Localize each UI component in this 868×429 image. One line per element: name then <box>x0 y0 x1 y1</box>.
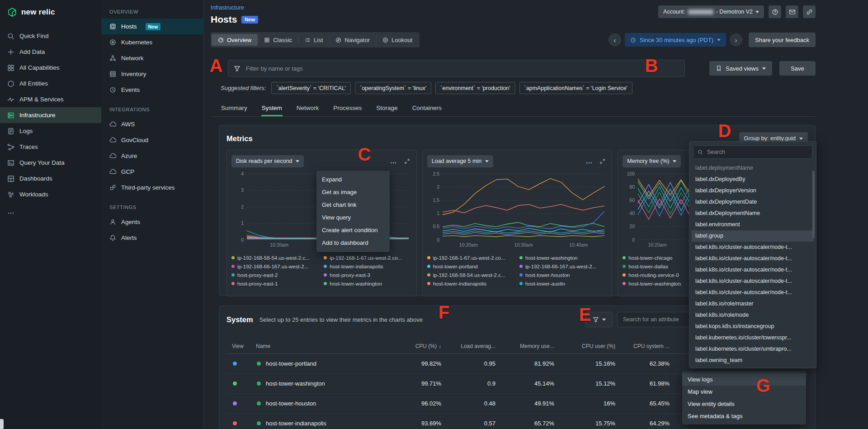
menu-item[interactable]: Get as image <box>316 186 390 199</box>
section-tab[interactable]: Storage <box>376 100 398 116</box>
global-nav-item[interactable]: Traces <box>0 139 101 155</box>
group-by-option[interactable]: label.k8s.io/cluster-autoscaler/node-t..… <box>692 287 814 298</box>
menu-item[interactable]: Get chart link <box>316 199 390 211</box>
legend-item[interactable]: ip-192-168-66-167.us-west-2... <box>231 262 319 271</box>
help-button[interactable] <box>769 5 781 18</box>
ellipsis-menu-icon[interactable] <box>585 159 593 163</box>
column-header-name[interactable]: Name <box>256 343 392 349</box>
global-nav-item[interactable]: All Capabilities <box>0 60 101 76</box>
view-mode-tab[interactable]: Overview <box>212 34 258 46</box>
filter-input[interactable] <box>245 65 679 72</box>
app-logo[interactable]: new relic <box>0 0 101 22</box>
group-by-option[interactable]: label.k8s.io/cluster-autoscaler/node-t..… <box>692 264 814 276</box>
host-name-link[interactable]: host-tower-houston <box>266 400 316 407</box>
group-by-search[interactable] <box>693 145 812 159</box>
suggested-filter-chip[interactable]: `apmApplicationNames` = 'Login Service' <box>519 82 632 94</box>
column-header-memory[interactable]: Memory use... <box>495 343 554 349</box>
legend-item[interactable]: host-tower-washington <box>519 253 607 262</box>
menu-item[interactable]: See metadata & tags <box>682 410 806 422</box>
group-by-option[interactable]: label.deploymentName <box>692 162 814 174</box>
panel-scrollbar-thumb[interactable] <box>812 171 815 238</box>
menu-item[interactable]: Expand <box>316 173 390 186</box>
sidenav-item[interactable]: GCP <box>101 164 203 180</box>
group-by-option[interactable]: label.kops.k8s.io/instancegroup <box>692 321 814 332</box>
legend-item[interactable]: host-tower-houston <box>519 271 607 279</box>
menu-item[interactable]: Add to dashboard <box>316 237 390 249</box>
host-view-dot[interactable] <box>233 362 237 366</box>
sidenav-item[interactable]: AWS <box>101 116 203 132</box>
group-by-option[interactable]: label.dxDeploymentName <box>692 208 814 219</box>
view-mode-tab[interactable]: Navigator <box>329 34 376 46</box>
section-tab[interactable]: Containers <box>412 100 442 116</box>
sidenav-item[interactable]: Network <box>101 50 203 66</box>
time-forward-button[interactable] <box>730 33 742 46</box>
section-tab[interactable]: Network <box>296 100 320 116</box>
global-nav-item[interactable]: All Entities <box>0 76 101 91</box>
menu-item[interactable]: View query <box>316 211 390 224</box>
group-by-option[interactable]: label.owning_team <box>692 355 814 366</box>
section-tab[interactable]: System <box>261 100 283 116</box>
menu-item[interactable]: Create alert condition <box>316 224 390 237</box>
group-by-option[interactable]: label.k8s.io/cluster-autoscaler/node-t..… <box>692 253 814 264</box>
host-view-dot[interactable] <box>233 401 237 405</box>
group-by-option[interactable]: label.kubernetes.io/cluster/towersspr... <box>692 332 814 343</box>
column-header-cpu-system[interactable]: CPU system ... <box>615 343 670 349</box>
group-by-option[interactable]: label.k8s.io/cluster-autoscaler/node-t..… <box>692 242 814 253</box>
legend-item[interactable]: host-tower-indianapolis <box>427 279 515 288</box>
group-by-option[interactable]: label.dxDeployedBy <box>692 174 814 185</box>
chart-metric-dropdown[interactable]: Disk reads per second <box>231 155 304 167</box>
menu-item[interactable]: View logs <box>682 373 806 386</box>
sidenav-item[interactable]: GovCloud <box>101 132 203 148</box>
host-view-dot[interactable] <box>233 381 237 386</box>
menu-item[interactable]: Map view <box>682 386 806 398</box>
global-nav-item[interactable]: Add Data <box>0 44 101 60</box>
sidenav-item[interactable]: Kubernetes <box>101 34 203 50</box>
group-by-option[interactable]: label.group <box>692 230 814 242</box>
view-mode-tab[interactable]: Classic <box>258 34 298 46</box>
host-name-link[interactable]: host-tower-washington <box>266 380 325 387</box>
legend-item[interactable]: ip-192-168-66-167.us-west-2... <box>519 262 607 271</box>
column-header-cpu[interactable]: CPU (%)↓ <box>392 343 441 349</box>
legend-item[interactable]: host-tower-austin <box>519 279 607 288</box>
sidenav-item[interactable]: Inventory <box>101 66 203 82</box>
global-nav-item[interactable]: Logs <box>0 123 101 139</box>
group-by-option[interactable]: label.environment <box>692 219 814 230</box>
legend-item[interactable]: host-proxy-east-1 <box>231 279 319 288</box>
section-tab[interactable]: Summary <box>221 100 248 116</box>
global-nav-item[interactable]: APM & Services <box>0 91 101 107</box>
legend-item[interactable]: ip-192-168-1-67.us-west-2.co... <box>324 253 411 262</box>
legend-item[interactable]: host-proxy-east-3 <box>324 271 411 279</box>
legend-item[interactable]: ip-192-168-1-67.us-west-2.co... <box>427 253 515 262</box>
legend-item[interactable]: ip-192-168-58-54.us-west-2.c... <box>427 271 515 279</box>
suggested-filter-chip[interactable]: `operatingSystem` = 'linux' <box>355 82 431 94</box>
sidenav-item[interactable]: Third-party services <box>101 180 203 195</box>
group-by-option[interactable]: label.k8s.io/role/node <box>692 310 814 321</box>
column-header-load[interactable]: Load averag... <box>441 343 495 349</box>
group-by-option[interactable]: label.k8s.io/role/master <box>692 298 814 310</box>
group-by-option[interactable]: label.dxDeploymentDate <box>692 196 814 208</box>
host-view-dot[interactable] <box>233 421 237 425</box>
ellipsis-menu-icon[interactable] <box>390 159 397 163</box>
global-nav-item[interactable]: Workloads <box>0 186 101 202</box>
view-mode-tab[interactable]: Lookout <box>376 34 419 46</box>
link-button[interactable] <box>803 5 816 18</box>
legend-item[interactable]: host-proxy-east-2 <box>231 271 319 279</box>
host-name-link[interactable]: host-tower-portland <box>266 360 316 367</box>
legend-item[interactable]: ip-192-168-58-54.us-west-2.c... <box>231 253 319 262</box>
sidenav-item[interactable]: Alerts <box>101 230 203 246</box>
group-by-option[interactable]: label.dxDeployerVersion <box>692 185 814 196</box>
sidenav-item[interactable]: Events <box>101 82 203 98</box>
nav-more-button[interactable] <box>0 202 101 224</box>
time-picker[interactable]: Since 30 minutes ago (PDT) <box>625 33 726 47</box>
time-back-button[interactable] <box>609 33 621 46</box>
column-header-cpu-user[interactable]: CPU user (%) <box>554 343 615 349</box>
global-nav-item[interactable]: Infrastructure <box>0 107 101 123</box>
suggested-filter-chip[interactable]: `alertSeverity` = 'CRITICAL' <box>271 82 351 94</box>
save-view-button[interactable]: Save <box>779 61 816 76</box>
mail-button[interactable] <box>786 5 798 18</box>
chart-metric-dropdown[interactable]: Load average 5 min <box>427 155 494 167</box>
sidenav-item[interactable]: Azure <box>101 148 203 164</box>
section-tab[interactable]: Processes <box>333 100 362 116</box>
feedback-button[interactable]: Share your feedback <box>749 33 816 47</box>
sidenav-item[interactable]: Hosts New <box>101 19 203 34</box>
